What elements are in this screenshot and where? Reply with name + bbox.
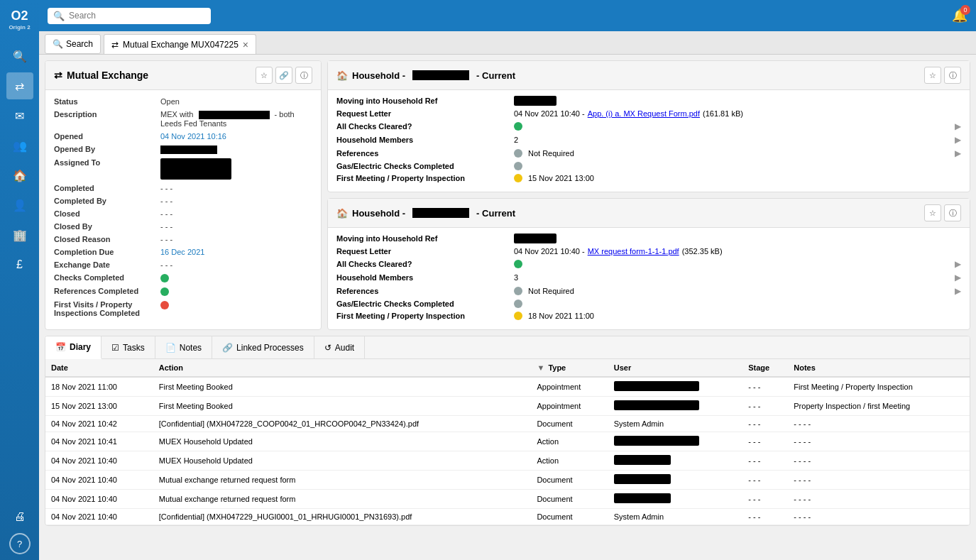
row4-stage: - - - [742, 432, 788, 451]
opened-label: Opened [54, 132, 160, 141]
hh2-first-meeting: First Meeting / Property Inspection 18 N… [336, 312, 961, 320]
hh1-request-link[interactable]: App. (i) a. MX Request Form.pdf [588, 109, 700, 118]
sidebar-search-icon[interactable]: 🔍 [6, 43, 33, 70]
row6-user-redacted [614, 474, 671, 484]
household2-title-suffix: - Current [476, 208, 515, 219]
sidebar-mail-icon[interactable]: ✉ [6, 102, 33, 129]
hh2-members-arrow[interactable]: ▶ [955, 273, 961, 282]
tab-notes[interactable]: 📄 Notes [155, 336, 212, 358]
search-tab-button[interactable]: 🔍 Search [45, 34, 101, 54]
table-row: 04 Nov 2021 10:42 [Confidential] (MXH047… [45, 416, 970, 432]
table-row: 18 Nov 2021 11:00 First Meeting Booked A… [45, 377, 970, 397]
hh2-first-meeting-value: 18 Nov 2021 11:00 [514, 312, 961, 320]
tab-diary[interactable]: 📅 Diary [45, 336, 102, 359]
tasks-label: Tasks [123, 343, 145, 353]
sidebar-pound-icon[interactable]: £ [6, 251, 33, 278]
search-tab-label: Search [66, 39, 93, 49]
completion-due-label: Completion Due [54, 248, 160, 256]
row7-type: Document [531, 490, 608, 509]
hh1-first-meeting: First Meeting / Property Inspection 15 N… [336, 174, 961, 182]
hh2-references-value: Not Required [514, 287, 955, 295]
info-button[interactable]: ⓘ [295, 67, 312, 84]
row1-type: Appointment [531, 377, 608, 397]
household1-star-button[interactable]: ☆ [924, 67, 941, 84]
hh1-moving-ref: Moving into Household Ref [336, 96, 961, 106]
hh1-refs-text: Not Required [528, 149, 574, 158]
sidebar-help-icon[interactable]: ? [9, 533, 31, 554]
description-redacted [199, 111, 270, 119]
row7-date: 04 Nov 2021 10:40 [45, 490, 153, 509]
household1-title-prefix: Household - [352, 70, 405, 81]
hh2-request-date: 04 Nov 2021 10:40 - [514, 247, 585, 256]
hh2-request-size: (352.35 kB) [682, 247, 723, 256]
hh2-references-label: References [336, 287, 514, 295]
hh1-checks-arrow[interactable]: ▶ [955, 121, 961, 131]
tab-tasks[interactable]: ☑ Tasks [102, 336, 155, 358]
hh1-request-size: (161.81 kB) [703, 109, 743, 118]
household1-name-redacted [412, 70, 469, 80]
col-type: ▼ Type [531, 359, 608, 377]
opened-value[interactable]: 04 Nov 2021 10:16 [160, 132, 312, 141]
notes-label: Notes [180, 343, 202, 353]
household1-info-button[interactable]: ⓘ [944, 67, 961, 84]
linked-processes-icon: 🔗 [222, 343, 233, 353]
search-box[interactable]: 🔍 [48, 8, 211, 24]
completed-value: - - - [160, 184, 312, 192]
opened-by-redacted [160, 146, 217, 154]
active-tab-label: Mutual Exchange MUX047225 [123, 40, 238, 50]
sidebar-people-icon[interactable]: 👥 [6, 132, 33, 159]
sidebar-person-add-icon[interactable]: 👤 [6, 192, 33, 219]
link-button[interactable]: 🔗 [275, 67, 292, 84]
completion-due-value[interactable]: 16 Dec 2021 [160, 248, 312, 256]
active-tab[interactable]: ⇄ Mutual Exchange MUX047225 × [104, 34, 256, 54]
row3-type: Document [531, 416, 608, 432]
content-area: ⇄ Mutual Exchange ☆ 🔗 ⓘ Status Open [39, 55, 976, 560]
sidebar-building-icon[interactable]: 🏢 [6, 221, 33, 248]
hh2-household-members-label: Household Members [336, 273, 514, 282]
first-visits-label: First Visits / Property Inspections Comp… [54, 300, 160, 317]
hh2-meeting-dot [514, 312, 522, 320]
search-input[interactable] [69, 11, 205, 21]
household2-body: Moving into Household Ref Request Letter… [328, 228, 970, 329]
sidebar-print-icon[interactable]: 🖨 [6, 503, 33, 530]
household1-header-icons: ☆ ⓘ [924, 67, 961, 84]
hh1-members-arrow[interactable]: ▶ [955, 135, 961, 145]
linked-processes-label: Linked Processes [236, 343, 304, 353]
type-filter-icon[interactable]: ▼ [537, 363, 544, 372]
tab-audit[interactable]: ↺ Audit [314, 336, 365, 358]
star-button[interactable]: ☆ [256, 67, 273, 84]
household2-title-prefix: Household - [352, 208, 405, 219]
checks-completed-field: Checks Completed [54, 273, 312, 282]
mutual-exchange-panel: ⇄ Mutual Exchange ☆ 🔗 ⓘ Status Open [45, 60, 322, 330]
topbar-right: 🔔 0 [952, 8, 967, 23]
row6-stage: - - - [742, 471, 788, 490]
mutual-exchange-title: ⇄ Mutual Exchange [54, 70, 148, 81]
row6-date: 04 Nov 2021 10:40 [45, 471, 153, 490]
row5-user-redacted [614, 455, 671, 465]
tab-linked-processes[interactable]: 🔗 Linked Processes [212, 336, 314, 358]
hh2-refs-arrow[interactable]: ▶ [955, 286, 961, 296]
sidebar-exchange-icon[interactable]: ⇄ [6, 72, 33, 99]
search-icon: 🔍 [53, 11, 65, 21]
hh1-references-value: Not Required [514, 149, 955, 158]
hh1-refs-arrow[interactable]: ▶ [955, 148, 961, 158]
household2-info-button[interactable]: ⓘ [944, 204, 961, 221]
close-tab-button[interactable]: × [243, 39, 248, 50]
hh1-household-members-value: 2 [514, 136, 955, 144]
hh2-checks-dot [514, 260, 522, 268]
household2-star-button[interactable]: ☆ [924, 204, 941, 221]
hh1-gas-electric-label: Gas/Electric Checks Completed [336, 162, 514, 170]
notification-bell[interactable]: 🔔 0 [952, 8, 967, 23]
hh2-gas-electric: Gas/Electric Checks Completed [336, 300, 961, 308]
panels-row: ⇄ Mutual Exchange ☆ 🔗 ⓘ Status Open [45, 60, 970, 330]
hh2-checks-arrow[interactable]: ▶ [955, 259, 961, 269]
app-logo[interactable]: O2 Origin 2 [6, 6, 34, 34]
row2-action: First Meeting Booked [153, 397, 532, 416]
row6-notes: - - - - [788, 471, 970, 490]
hh2-request-link[interactable]: MX request form-1-1-1.pdf [588, 247, 679, 256]
row1-notes: First Meeting / Property Inspection [788, 377, 970, 397]
description-label: Description [54, 110, 160, 119]
sidebar-home-icon[interactable]: 🏠 [6, 162, 33, 189]
row5-stage: - - - [742, 451, 788, 471]
exchange-title-icon: ⇄ [54, 70, 62, 81]
